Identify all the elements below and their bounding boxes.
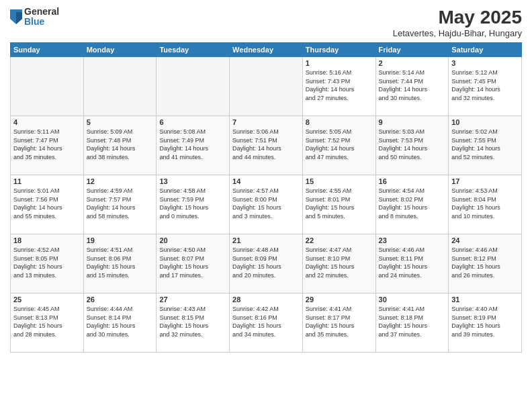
table-row: 22Sunrise: 4:47 AMSunset: 8:10 PMDayligh… (302, 234, 375, 293)
day-number: 2 (379, 59, 446, 67)
day-number: 17 (451, 177, 519, 185)
calendar-header-row: Sunday Monday Tuesday Wednesday Thursday… (11, 43, 522, 57)
table-row: 12Sunrise: 4:59 AMSunset: 7:57 PMDayligh… (83, 175, 157, 234)
day-number: 28 (232, 295, 300, 304)
day-number: 5 (87, 118, 154, 126)
col-saturday: Saturday (449, 43, 522, 57)
day-info: Sunrise: 4:43 AMSunset: 8:15 PMDaylight:… (159, 305, 226, 338)
table-row (230, 57, 303, 116)
day-number: 21 (232, 236, 300, 244)
table-row: 18Sunrise: 4:52 AMSunset: 8:05 PMDayligh… (11, 234, 84, 293)
day-info: Sunrise: 4:42 AMSunset: 8:16 PMDaylight:… (232, 305, 300, 338)
table-row: 9Sunrise: 5:03 AMSunset: 7:53 PMDaylight… (375, 116, 449, 175)
table-row: 8Sunrise: 5:05 AMSunset: 7:52 PMDaylight… (302, 116, 375, 175)
table-row: 7Sunrise: 5:06 AMSunset: 7:51 PMDaylight… (230, 116, 303, 175)
day-info: Sunrise: 4:54 AMSunset: 8:02 PMDaylight:… (379, 187, 446, 220)
table-row (157, 57, 230, 116)
col-thursday: Thursday (302, 43, 375, 57)
day-number: 12 (87, 177, 154, 185)
day-number: 8 (306, 118, 373, 126)
day-info: Sunrise: 4:41 AMSunset: 8:18 PMDaylight:… (379, 305, 446, 338)
day-info: Sunrise: 4:40 AMSunset: 8:19 PMDaylight:… (451, 305, 519, 338)
table-row: 10Sunrise: 5:02 AMSunset: 7:55 PMDayligh… (449, 116, 522, 175)
day-number: 27 (159, 295, 226, 304)
table-row: 5Sunrise: 5:09 AMSunset: 7:48 PMDaylight… (83, 116, 157, 175)
day-number: 22 (306, 236, 373, 244)
day-number: 1 (306, 59, 373, 67)
calendar-week-row: 18Sunrise: 4:52 AMSunset: 8:05 PMDayligh… (11, 234, 522, 293)
header: General Blue May 2025 Letavertes, Hajdu-… (10, 7, 522, 38)
table-row: 20Sunrise: 4:50 AMSunset: 8:07 PMDayligh… (157, 234, 230, 293)
table-row: 14Sunrise: 4:57 AMSunset: 8:00 PMDayligh… (230, 175, 303, 234)
day-number: 6 (159, 118, 226, 126)
table-row: 13Sunrise: 4:58 AMSunset: 7:59 PMDayligh… (157, 175, 230, 234)
svg-marker-1 (16, 12, 22, 24)
logo-blue: Blue (24, 17, 59, 27)
day-info: Sunrise: 5:06 AMSunset: 7:51 PMDaylight:… (232, 128, 300, 161)
table-row: 4Sunrise: 5:11 AMSunset: 7:47 PMDaylight… (11, 116, 84, 175)
table-row: 2Sunrise: 5:14 AMSunset: 7:44 PMDaylight… (375, 57, 449, 116)
table-row: 24Sunrise: 4:46 AMSunset: 8:12 PMDayligh… (449, 234, 522, 293)
calendar-week-row: 25Sunrise: 4:45 AMSunset: 8:13 PMDayligh… (11, 293, 522, 353)
month-title: May 2025 (393, 7, 522, 28)
day-number: 13 (159, 177, 226, 185)
table-row: 17Sunrise: 4:53 AMSunset: 8:04 PMDayligh… (449, 175, 522, 234)
day-info: Sunrise: 4:47 AMSunset: 8:10 PMDaylight:… (306, 246, 373, 279)
day-number: 30 (379, 295, 446, 304)
day-number: 23 (379, 236, 446, 244)
table-row: 11Sunrise: 5:01 AMSunset: 7:56 PMDayligh… (11, 175, 84, 234)
day-info: Sunrise: 4:55 AMSunset: 8:01 PMDaylight:… (306, 187, 373, 220)
table-row: 3Sunrise: 5:12 AMSunset: 7:45 PMDaylight… (449, 57, 522, 116)
col-tuesday: Tuesday (157, 43, 230, 57)
table-row: 19Sunrise: 4:51 AMSunset: 8:06 PMDayligh… (83, 234, 157, 293)
day-info: Sunrise: 4:46 AMSunset: 8:11 PMDaylight:… (379, 246, 446, 279)
table-row: 30Sunrise: 4:41 AMSunset: 8:18 PMDayligh… (375, 293, 449, 353)
day-number: 25 (13, 295, 81, 304)
table-row (83, 57, 157, 116)
table-row (11, 57, 84, 116)
day-number: 15 (306, 177, 373, 185)
day-info: Sunrise: 4:53 AMSunset: 8:04 PMDaylight:… (451, 187, 519, 220)
logo-text: General Blue (24, 7, 59, 28)
calendar-week-row: 11Sunrise: 5:01 AMSunset: 7:56 PMDayligh… (11, 175, 522, 234)
day-info: Sunrise: 5:09 AMSunset: 7:48 PMDaylight:… (87, 128, 154, 161)
day-info: Sunrise: 4:59 AMSunset: 7:57 PMDaylight:… (87, 187, 154, 220)
title-area: May 2025 Letavertes, Hajdu-Bihar, Hungar… (393, 7, 522, 38)
day-info: Sunrise: 5:08 AMSunset: 7:49 PMDaylight:… (159, 128, 226, 161)
table-row: 15Sunrise: 4:55 AMSunset: 8:01 PMDayligh… (302, 175, 375, 234)
table-row: 6Sunrise: 5:08 AMSunset: 7:49 PMDaylight… (157, 116, 230, 175)
day-number: 31 (451, 295, 519, 304)
day-info: Sunrise: 4:57 AMSunset: 8:00 PMDaylight:… (232, 187, 300, 220)
day-info: Sunrise: 4:45 AMSunset: 8:13 PMDaylight:… (13, 305, 81, 338)
table-row: 26Sunrise: 4:44 AMSunset: 8:14 PMDayligh… (83, 293, 157, 353)
logo: General Blue (10, 7, 59, 28)
day-number: 4 (13, 118, 81, 126)
day-number: 24 (451, 236, 519, 244)
day-info: Sunrise: 4:48 AMSunset: 8:09 PMDaylight:… (232, 246, 300, 279)
day-info: Sunrise: 5:11 AMSunset: 7:47 PMDaylight:… (13, 128, 81, 161)
calendar: Sunday Monday Tuesday Wednesday Thursday… (10, 42, 522, 353)
day-info: Sunrise: 5:16 AMSunset: 7:43 PMDaylight:… (306, 68, 373, 102)
day-info: Sunrise: 4:46 AMSunset: 8:12 PMDaylight:… (451, 246, 519, 279)
day-info: Sunrise: 4:44 AMSunset: 8:14 PMDaylight:… (87, 305, 154, 338)
calendar-week-row: 4Sunrise: 5:11 AMSunset: 7:47 PMDaylight… (11, 116, 522, 175)
table-row: 27Sunrise: 4:43 AMSunset: 8:15 PMDayligh… (157, 293, 230, 353)
day-number: 14 (232, 177, 300, 185)
table-row: 16Sunrise: 4:54 AMSunset: 8:02 PMDayligh… (375, 175, 449, 234)
day-info: Sunrise: 5:01 AMSunset: 7:56 PMDaylight:… (13, 187, 81, 220)
logo-icon (10, 9, 22, 24)
day-number: 11 (13, 177, 81, 185)
location-subtitle: Letavertes, Hajdu-Bihar, Hungary (393, 28, 522, 38)
day-number: 20 (159, 236, 226, 244)
day-number: 10 (451, 118, 519, 126)
day-number: 18 (13, 236, 81, 244)
day-info: Sunrise: 5:03 AMSunset: 7:53 PMDaylight:… (379, 128, 446, 161)
day-info: Sunrise: 4:41 AMSunset: 8:17 PMDaylight:… (306, 305, 373, 338)
col-sunday: Sunday (11, 43, 84, 57)
day-info: Sunrise: 4:51 AMSunset: 8:06 PMDaylight:… (87, 246, 154, 279)
day-info: Sunrise: 4:50 AMSunset: 8:07 PMDaylight:… (159, 246, 226, 279)
table-row: 1Sunrise: 5:16 AMSunset: 7:43 PMDaylight… (302, 57, 375, 116)
col-friday: Friday (375, 43, 449, 57)
day-info: Sunrise: 5:12 AMSunset: 7:45 PMDaylight:… (451, 68, 519, 102)
day-number: 29 (306, 295, 373, 304)
